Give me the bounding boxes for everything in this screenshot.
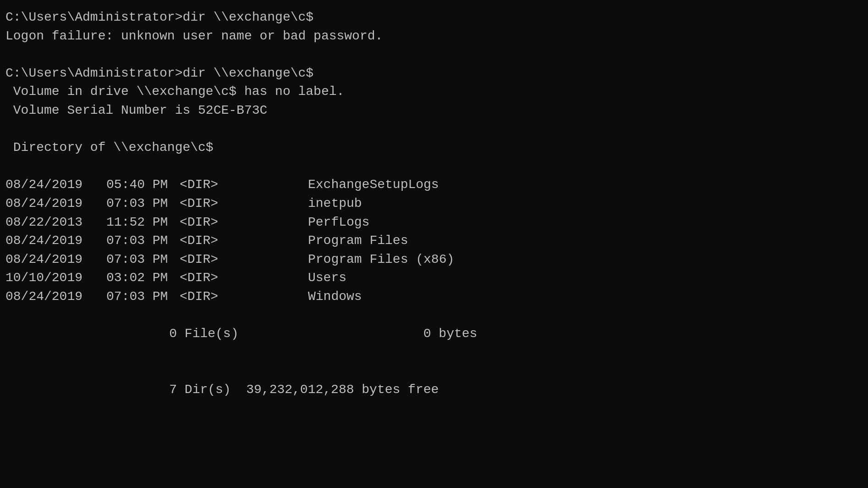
type-3: <DIR> — [180, 232, 308, 250]
dir-row-1: 08/24/2019 07:03 PM <DIR> inetpub — [5, 194, 863, 213]
volume-serial-line: Volume Serial Number is 52CE-B73C — [5, 101, 863, 120]
empty-3 — [5, 157, 863, 176]
dirs-free: 39,232,012,288 bytes free — [246, 383, 439, 397]
type-4: <DIR> — [180, 250, 308, 269]
files-size: 0 bytes — [423, 327, 478, 341]
files-label: 0 File(s) — [169, 327, 238, 341]
time-0: 05:40 PM — [106, 176, 180, 194]
name-1: inetpub — [308, 194, 362, 213]
name-5: Users — [308, 269, 346, 288]
volume-label-line: Volume in drive \\exchange\c$ has no lab… — [5, 83, 863, 101]
dirs-label: 7 Dir(s) — [169, 383, 231, 397]
command-line-2: C:\Users\Administrator>dir \\exchange\c$ — [5, 64, 863, 83]
empty-1 — [5, 45, 863, 64]
command-line-1: C:\Users\Administrator>dir \\exchange\c$ — [5, 8, 863, 27]
time-1: 07:03 PM — [106, 194, 180, 213]
error-line: Logon failure: unknown user name or bad … — [5, 27, 863, 46]
date-2: 08/22/2013 — [5, 213, 106, 232]
dir-row-3: 08/24/2019 07:03 PM <DIR> Program Files — [5, 232, 863, 250]
time-6: 07:03 PM — [106, 288, 180, 306]
directory-of-line: Directory of \\exchange\c$ — [5, 139, 863, 157]
dir-row-2: 08/22/2013 11:52 PM <DIR> PerfLogs — [5, 213, 863, 232]
dir-row-5: 10/10/2019 03:02 PM <DIR> Users — [5, 269, 863, 288]
name-3: Program Files — [308, 232, 408, 250]
type-5: <DIR> — [180, 269, 308, 288]
type-1: <DIR> — [180, 194, 308, 213]
dir-row-4: 08/24/2019 07:03 PM <DIR> Program Files … — [5, 250, 863, 269]
type-2: <DIR> — [180, 213, 308, 232]
type-0: <DIR> — [180, 176, 308, 194]
empty-2 — [5, 120, 863, 139]
time-4: 07:03 PM — [106, 250, 180, 269]
date-0: 08/24/2019 — [5, 176, 106, 194]
time-2: 11:52 PM — [106, 213, 180, 232]
name-6: Windows — [308, 288, 362, 306]
dir-row-0: 08/24/2019 05:40 PM <DIR> ExchangeSetupL… — [5, 176, 863, 194]
name-2: PerfLogs — [308, 213, 369, 232]
type-6: <DIR> — [180, 288, 308, 306]
terminal-window: C:\Users\Administrator>dir \\exchange\c$… — [5, 8, 863, 418]
dirs-spacer — [231, 383, 247, 397]
date-5: 10/10/2019 — [5, 269, 106, 288]
time-5: 03:02 PM — [106, 269, 180, 288]
date-6: 08/24/2019 — [5, 288, 106, 306]
files-spacer — [238, 327, 423, 341]
time-3: 07:03 PM — [106, 232, 180, 250]
name-4: Program Files (x86) — [308, 250, 454, 269]
files-summary: 0 File(s) 0 bytes — [5, 306, 863, 362]
dir-row-6: 08/24/2019 07:03 PM <DIR> Windows — [5, 288, 863, 306]
dirs-summary: 7 Dir(s) 39,232,012,288 bytes free — [5, 362, 863, 418]
name-0: ExchangeSetupLogs — [308, 176, 439, 194]
date-4: 08/24/2019 — [5, 250, 106, 269]
date-3: 08/24/2019 — [5, 232, 106, 250]
dir-listing: 08/24/2019 05:40 PM <DIR> ExchangeSetupL… — [5, 176, 863, 306]
date-1: 08/24/2019 — [5, 194, 106, 213]
